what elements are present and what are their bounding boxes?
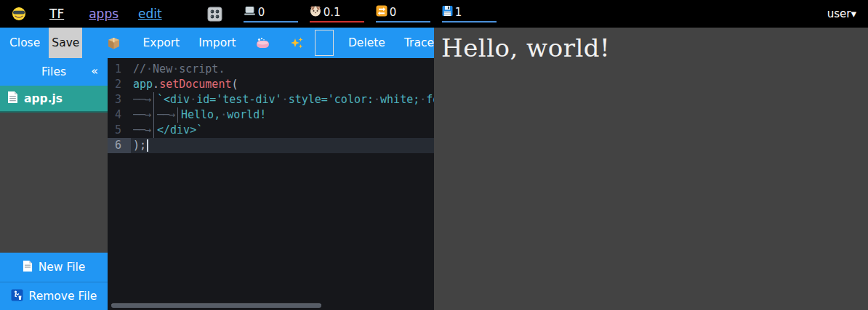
code-line-4[interactable]: Hello,·world! [131, 107, 434, 123]
empty-input-box[interactable] [315, 30, 334, 56]
code-token: font [426, 93, 434, 106]
soap-icon[interactable] [256, 37, 270, 49]
editor-toolbar: Close Save Export Import [0, 28, 434, 58]
preview-heading: Hello, world! [441, 33, 868, 62]
code-token: · [220, 108, 227, 121]
line-number: 3 [108, 92, 131, 107]
apps-link[interactable]: apps [89, 7, 118, 21]
floppy-icon [442, 5, 453, 20]
trace-button[interactable]: Trace [404, 36, 434, 49]
code-line-3[interactable]: `<div·id='test-div'·style='color:·white;… [131, 92, 434, 107]
line-number: 2 [108, 77, 131, 92]
preview-pane: Hello, world! [434, 28, 868, 310]
code-token: script. [179, 62, 225, 76]
new-file-label: New File [39, 261, 86, 274]
close-button[interactable]: Close [9, 36, 40, 49]
files-header: Files « [0, 58, 108, 86]
metric-repeat[interactable]: 0 [376, 5, 430, 23]
code-token: world! [227, 108, 266, 121]
code-area[interactable]: //·New·script.app.setDocument(`<div·id='… [131, 62, 434, 153]
code-token: · [190, 93, 196, 106]
editor-scroll-area: 123456 //·New·script.app.setDocument(`<d… [108, 58, 434, 153]
hamster-icon [310, 5, 321, 20]
sunglasses-face-icon [12, 7, 26, 21]
brand-link[interactable]: TF [49, 7, 64, 21]
metric-laptop-value: 0 [258, 7, 265, 18]
sparkles-icon[interactable] [290, 36, 304, 50]
code-token: // [133, 62, 146, 76]
file-item-appjs[interactable]: app.js [0, 86, 108, 113]
tab-marker [133, 123, 154, 138]
code-token: · [146, 62, 153, 76]
sidebar-empty-area [0, 113, 108, 253]
code-token: · [419, 93, 426, 106]
line-number: 1 [108, 62, 131, 77]
file-name: app.js [24, 92, 63, 105]
code-token: . [153, 78, 159, 91]
editor-body: Files « app.js [0, 58, 434, 310]
code-token: ); [133, 139, 146, 152]
user-menu[interactable]: user▾ [827, 7, 856, 20]
code-token: setDocument [159, 78, 231, 91]
tab-marker [133, 107, 154, 123]
code-token: `<div [157, 93, 190, 106]
remove-file-label: Remove File [29, 290, 97, 303]
code-token: · [282, 93, 289, 106]
litter-bin-icon [11, 289, 23, 304]
delete-button[interactable]: Delete [348, 36, 385, 49]
collapse-sidebar-button[interactable]: « [91, 64, 98, 78]
ide-region: Close Save Export Import [0, 28, 434, 310]
edit-link[interactable]: edit [138, 7, 162, 21]
remove-file-button[interactable]: Remove File [0, 282, 108, 310]
top-bar: TF apps edit 0 [0, 0, 868, 28]
line-number: 6 [108, 138, 131, 153]
code-line-6[interactable]: ); [131, 138, 434, 153]
laptop-icon [244, 5, 256, 20]
line-number-gutter: 123456 [108, 62, 131, 153]
code-token: white; [380, 93, 419, 106]
metric-floppy[interactable]: 1 [442, 5, 497, 23]
save-button[interactable]: Save [49, 28, 82, 58]
code-token: ( [231, 78, 238, 91]
new-file-icon [23, 260, 33, 275]
code-token: style='color: [289, 93, 374, 106]
code-token: id='test-div' [196, 93, 281, 106]
export-button[interactable]: Export [142, 36, 180, 49]
dice-grid-icon[interactable] [207, 7, 222, 22]
horizontal-scrollbar[interactable] [111, 303, 321, 308]
file-icon [7, 91, 18, 107]
tab-marker [157, 107, 178, 123]
repeat-icon [376, 5, 387, 20]
code-token: New [153, 62, 172, 76]
tab-marker [133, 92, 154, 107]
code-editor[interactable]: 123456 //·New·script.app.setDocument(`<d… [108, 58, 434, 310]
code-token: </div>` [157, 123, 203, 136]
code-token: · [374, 93, 380, 106]
code-line-2[interactable]: app.setDocument( [131, 77, 434, 92]
metric-floppy-value: 1 [455, 7, 462, 18]
code-token: app [133, 78, 153, 91]
metric-hamster-value: 0.1 [324, 7, 341, 18]
line-number: 5 [108, 123, 131, 138]
metric-laptop[interactable]: 0 [244, 5, 298, 23]
package-icon[interactable] [107, 36, 121, 50]
line-number: 4 [108, 107, 131, 123]
code-token: Hello, [181, 108, 220, 121]
code-token: · [172, 62, 179, 76]
files-header-label: Files [41, 65, 66, 78]
file-sidebar: Files « app.js [0, 58, 108, 310]
new-file-button[interactable]: New File [0, 253, 108, 282]
metric-repeat-value: 0 [390, 7, 397, 18]
text-cursor [147, 139, 148, 152]
code-line-1[interactable]: //·New·script. [131, 62, 434, 77]
import-button[interactable]: Import [198, 36, 236, 49]
code-line-5[interactable]: </div>` [131, 123, 434, 138]
content: Close Save Export Import [0, 28, 868, 310]
metric-hamster[interactable]: 0.1 [310, 5, 364, 23]
